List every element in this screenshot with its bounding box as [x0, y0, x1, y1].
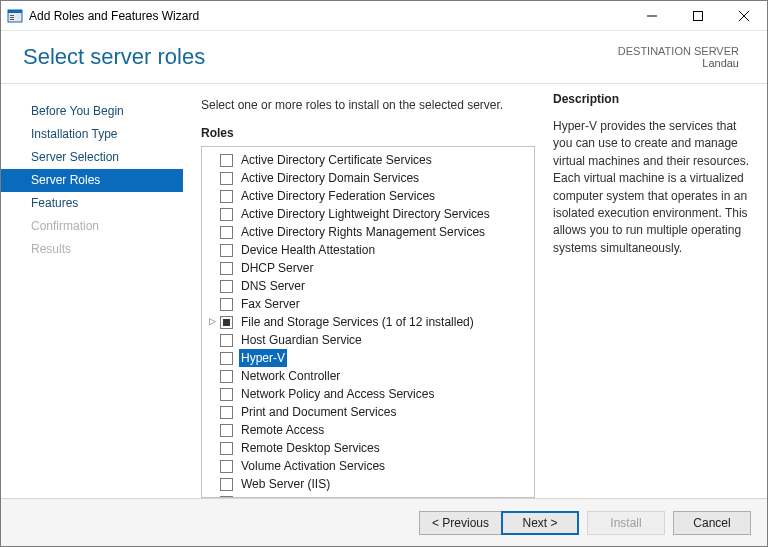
instruction-text: Select one or more roles to install on t… [201, 92, 535, 126]
role-checkbox[interactable] [220, 496, 233, 498]
wizard-step-results: Results [1, 238, 183, 261]
install-button: Install [587, 511, 665, 535]
role-row[interactable]: Remote Access [206, 421, 530, 439]
role-checkbox[interactable] [220, 244, 233, 257]
role-row[interactable]: Network Policy and Access Services [206, 385, 530, 403]
role-label: Web Server (IIS) [239, 475, 332, 493]
destination-value: Landau [618, 57, 739, 69]
destination-server-info: DESTINATION SERVER Landau [618, 45, 739, 69]
minimize-button[interactable] [629, 1, 675, 31]
role-checkbox[interactable] [220, 226, 233, 239]
description-heading: Description [553, 92, 753, 112]
wizard-step-before-you-begin[interactable]: Before You Begin [1, 100, 183, 123]
window-title: Add Roles and Features Wizard [29, 9, 199, 23]
role-checkbox[interactable] [220, 424, 233, 437]
maximize-button[interactable] [675, 1, 721, 31]
role-checkbox[interactable] [220, 262, 233, 275]
role-row[interactable]: Fax Server [206, 295, 530, 313]
footer: < Previous Next > Install Cancel [1, 498, 767, 546]
cancel-button[interactable]: Cancel [673, 511, 751, 535]
wizard-step-nav: Before You BeginInstallation TypeServer … [1, 92, 183, 498]
role-row[interactable]: Network Controller [206, 367, 530, 385]
role-row[interactable]: Device Health Attestation [206, 241, 530, 259]
role-checkbox[interactable] [220, 280, 233, 293]
page-title: Select server roles [23, 44, 205, 70]
role-checkbox[interactable] [220, 460, 233, 473]
role-row[interactable]: Hyper-V [206, 349, 530, 367]
description-text: Hyper-V provides the services that you c… [553, 112, 753, 257]
wizard-step-installation-type[interactable]: Installation Type [1, 123, 183, 146]
role-label: Windows Deployment Services [239, 493, 408, 497]
role-label: Active Directory Domain Services [239, 169, 421, 187]
wizard-step-confirmation: Confirmation [1, 215, 183, 238]
role-checkbox[interactable] [220, 442, 233, 455]
role-label: Network Policy and Access Services [239, 385, 436, 403]
svg-rect-3 [10, 17, 14, 18]
role-checkbox[interactable] [220, 478, 233, 491]
role-checkbox[interactable] [220, 406, 233, 419]
role-label: Network Controller [239, 367, 342, 385]
role-label: Fax Server [239, 295, 302, 313]
role-checkbox[interactable] [220, 172, 233, 185]
role-label: Active Directory Certificate Services [239, 151, 434, 169]
next-button[interactable]: Next > [501, 511, 579, 535]
role-label: Host Guardian Service [239, 331, 364, 349]
header: Select server roles DESTINATION SERVER L… [1, 31, 767, 83]
role-label: DNS Server [239, 277, 307, 295]
role-label: File and Storage Services (1 of 12 insta… [239, 313, 476, 331]
wizard-step-server-selection[interactable]: Server Selection [1, 146, 183, 169]
role-checkbox[interactable] [220, 208, 233, 221]
previous-button[interactable]: < Previous [419, 511, 501, 535]
role-row[interactable]: Host Guardian Service [206, 331, 530, 349]
close-button[interactable] [721, 1, 767, 31]
role-label: Remote Desktop Services [239, 439, 382, 457]
role-row[interactable]: Active Directory Federation Services [206, 187, 530, 205]
roles-scroll[interactable]: Active Directory Certificate ServicesAct… [202, 147, 534, 497]
role-checkbox[interactable] [220, 334, 233, 347]
role-checkbox[interactable] [220, 352, 233, 365]
roles-heading: Roles [201, 126, 535, 146]
role-row[interactable]: Active Directory Certificate Services [206, 151, 530, 169]
role-row[interactable]: Print and Document Services [206, 403, 530, 421]
expand-icon[interactable]: ▷ [206, 315, 218, 327]
role-checkbox[interactable] [220, 154, 233, 167]
role-label: Active Directory Lightweight Directory S… [239, 205, 492, 223]
role-checkbox[interactable] [220, 388, 233, 401]
role-checkbox[interactable] [220, 190, 233, 203]
role-label: Active Directory Federation Services [239, 187, 437, 205]
app-icon [7, 8, 23, 24]
role-row[interactable]: Active Directory Rights Management Servi… [206, 223, 530, 241]
wizard-window: Add Roles and Features Wizard Select ser… [0, 0, 768, 547]
role-label: Volume Activation Services [239, 457, 387, 475]
svg-rect-6 [694, 11, 703, 20]
role-row[interactable]: Volume Activation Services [206, 457, 530, 475]
wizard-step-server-roles[interactable]: Server Roles [1, 169, 183, 192]
role-row[interactable]: ▷File and Storage Services (1 of 12 inst… [206, 313, 530, 331]
role-row[interactable]: Active Directory Domain Services [206, 169, 530, 187]
role-label: Active Directory Rights Management Servi… [239, 223, 487, 241]
role-row[interactable]: DNS Server [206, 277, 530, 295]
role-row[interactable]: Windows Deployment Services [206, 493, 530, 497]
role-row[interactable]: Remote Desktop Services [206, 439, 530, 457]
role-label: DHCP Server [239, 259, 315, 277]
role-row[interactable]: DHCP Server [206, 259, 530, 277]
svg-rect-4 [10, 19, 14, 20]
role-checkbox[interactable] [220, 298, 233, 311]
titlebar: Add Roles and Features Wizard [1, 1, 767, 31]
svg-rect-2 [10, 15, 14, 16]
role-row[interactable]: Web Server (IIS) [206, 475, 530, 493]
wizard-step-features[interactable]: Features [1, 192, 183, 215]
svg-rect-1 [8, 10, 22, 13]
roles-listbox: Active Directory Certificate ServicesAct… [201, 146, 535, 498]
role-label: Print and Document Services [239, 403, 398, 421]
role-label: Device Health Attestation [239, 241, 377, 259]
role-row[interactable]: Active Directory Lightweight Directory S… [206, 205, 530, 223]
role-label: Hyper-V [239, 349, 287, 367]
destination-label: DESTINATION SERVER [618, 45, 739, 57]
role-checkbox[interactable] [220, 316, 233, 329]
role-label: Remote Access [239, 421, 326, 439]
role-checkbox[interactable] [220, 370, 233, 383]
